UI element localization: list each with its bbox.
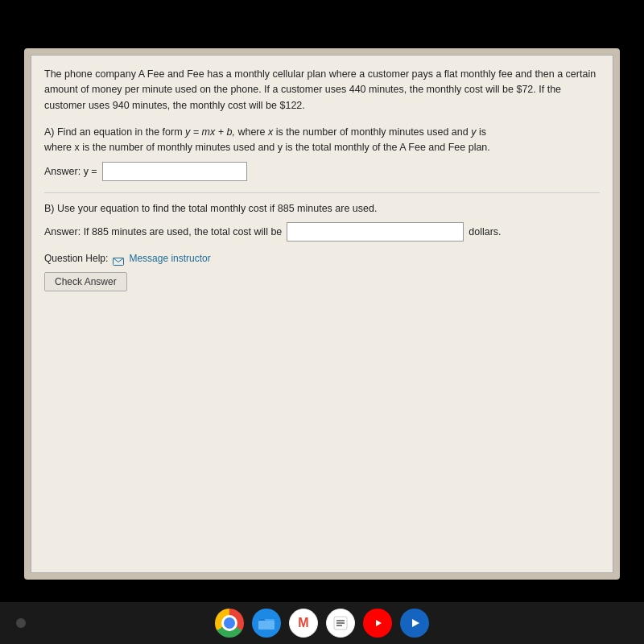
question-help-label: Question Help: (44, 253, 108, 264)
notes-icon[interactable] (326, 609, 355, 638)
taskbar-dot (16, 618, 26, 628)
youtube-icon[interactable] (363, 609, 392, 638)
check-answer-button[interactable]: Check Answer (44, 272, 127, 291)
question-help-row: Question Help: Message instructor (44, 253, 600, 264)
message-instructor-link[interactable]: Message instructor (129, 253, 210, 264)
part-b-input[interactable] (287, 222, 464, 242)
part-a-answer-label: Answer: y = (44, 166, 97, 177)
svg-rect-3 (258, 621, 275, 630)
problem-intro: The phone company A Fee and Fee has a mo… (44, 67, 600, 114)
part-a-title: A) Find an equation in the form y = mx +… (44, 125, 600, 155)
section-divider (44, 192, 600, 193)
dollars-label: dollars. (469, 226, 501, 237)
chrome-icon[interactable] (215, 609, 244, 638)
folder-icon[interactable] (252, 609, 281, 638)
part-a-input[interactable] (102, 162, 247, 181)
mail-icon (113, 254, 124, 262)
taskbar: M (0, 602, 644, 644)
part-b-title: B) Use your equation to find the total m… (44, 201, 600, 217)
gmail-icon[interactable]: M (289, 609, 318, 638)
part-b-answer-prefix: Answer: If 885 minutes are used, the tot… (44, 226, 282, 237)
play-store-icon[interactable] (400, 609, 429, 638)
